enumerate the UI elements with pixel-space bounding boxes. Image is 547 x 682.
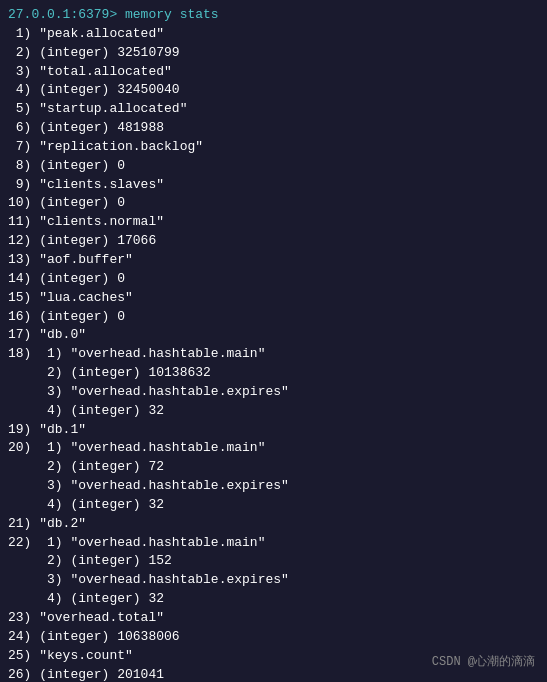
terminal-line: 3) "overhead.hashtable.expires" bbox=[8, 383, 539, 402]
terminal-line: 13) "aof.buffer" bbox=[8, 251, 539, 270]
terminal-line: 20) 1) "overhead.hashtable.main" bbox=[8, 439, 539, 458]
terminal-line: 2) (integer) 72 bbox=[8, 458, 539, 477]
terminal-line: 14) (integer) 0 bbox=[8, 270, 539, 289]
terminal-line: 24) (integer) 10638006 bbox=[8, 628, 539, 647]
terminal-line: 16) (integer) 0 bbox=[8, 308, 539, 327]
terminal-line: 10) (integer) 0 bbox=[8, 194, 539, 213]
terminal-line: 4) (integer) 32 bbox=[8, 496, 539, 515]
terminal-line: 23) "overhead.total" bbox=[8, 609, 539, 628]
terminal-line: 19) "db.1" bbox=[8, 421, 539, 440]
terminal-line: 4) (integer) 32 bbox=[8, 590, 539, 609]
terminal-line: 2) (integer) 152 bbox=[8, 552, 539, 571]
terminal-line: 18) 1) "overhead.hashtable.main" bbox=[8, 345, 539, 364]
terminal-line: 3) "overhead.hashtable.expires" bbox=[8, 477, 539, 496]
terminal-line: 2) (integer) 10138632 bbox=[8, 364, 539, 383]
terminal-line: 3) "total.allocated" bbox=[8, 63, 539, 82]
terminal-line: 4) (integer) 32450040 bbox=[8, 81, 539, 100]
terminal-line: 7) "replication.backlog" bbox=[8, 138, 539, 157]
terminal-line: 3) "overhead.hashtable.expires" bbox=[8, 571, 539, 590]
watermark: CSDN @心潮的滴滴 bbox=[432, 653, 535, 670]
terminal-line: 22) 1) "overhead.hashtable.main" bbox=[8, 534, 539, 553]
terminal-window: 27.0.0.1:6379> memory stats 1) "peak.all… bbox=[0, 0, 547, 682]
terminal-line: 9) "clients.slaves" bbox=[8, 176, 539, 195]
terminal-line: 11) "clients.normal" bbox=[8, 213, 539, 232]
terminal-line: 17) "db.0" bbox=[8, 326, 539, 345]
terminal-line: 8) (integer) 0 bbox=[8, 157, 539, 176]
terminal-line: 15) "lua.caches" bbox=[8, 289, 539, 308]
terminal-line: 6) (integer) 481988 bbox=[8, 119, 539, 138]
terminal-line: 5) "startup.allocated" bbox=[8, 100, 539, 119]
terminal-line: 1) "peak.allocated" bbox=[8, 25, 539, 44]
terminal-line: 4) (integer) 32 bbox=[8, 402, 539, 421]
terminal-line: 2) (integer) 32510799 bbox=[8, 44, 539, 63]
terminal-line: 21) "db.2" bbox=[8, 515, 539, 534]
terminal-line: 12) (integer) 17066 bbox=[8, 232, 539, 251]
terminal-line: 27.0.0.1:6379> memory stats bbox=[8, 6, 539, 25]
